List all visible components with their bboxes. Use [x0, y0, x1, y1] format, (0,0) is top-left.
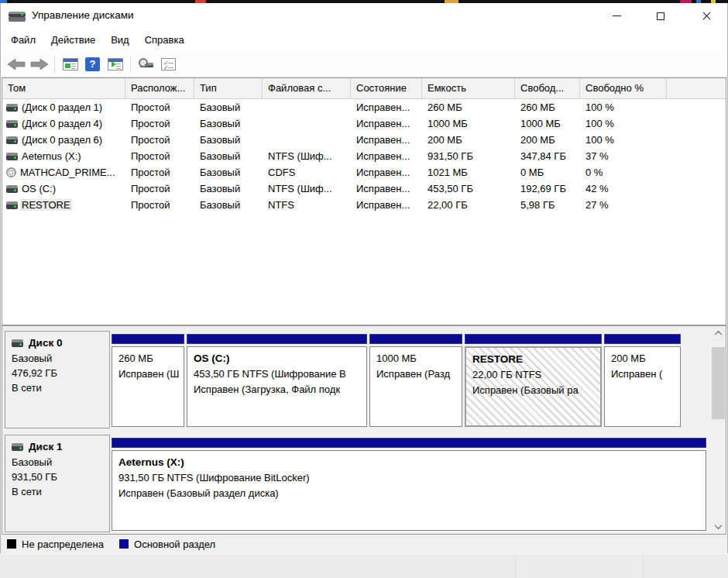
disk-header-panel[interactable]: Диск 0Базовый476,92 ГБВ сети [5, 331, 110, 428]
properties-button[interactable] [135, 53, 157, 74]
background-divider [643, 556, 644, 578]
free-pct-cell: 37 % [580, 150, 667, 162]
menu-item-1[interactable]: Действие [43, 29, 103, 51]
scroll-down-button[interactable] [712, 520, 725, 533]
volume-cell: Aeternus (X:) [2, 150, 125, 162]
cd-icon [6, 167, 16, 177]
scroll-up-button[interactable] [712, 327, 725, 340]
legend-bar: Не распределенаОсновной раздел [1, 535, 727, 553]
free-pct-cell: 100 % [580, 118, 667, 129]
free-pct-cell: 0 % [580, 167, 667, 178]
column-header-0[interactable]: Том [2, 78, 125, 98]
maximize-icon [657, 12, 664, 20]
type-cell: Базовый [194, 134, 263, 146]
maximize-button[interactable] [647, 3, 674, 29]
layout-cell: Простой [125, 167, 194, 178]
close-button[interactable] [693, 3, 719, 29]
volume-cell: (Диск 0 раздел 6) [2, 134, 125, 146]
partition-color-bar [112, 438, 706, 448]
table-body: (Диск 0 раздел 1)ПростойБазовыйИсправен.… [2, 99, 726, 213]
table-row[interactable]: OS (C:)ПростойБазовыйNTFS (Шиф...Исправе… [2, 181, 726, 197]
legend-swatch-0 [7, 539, 16, 549]
column-header-7[interactable]: Свободно % [580, 78, 667, 98]
column-header-1[interactable]: Располож... [125, 78, 194, 98]
toolbar-separator [54, 56, 55, 73]
table-row[interactable]: Aeternus (X:)ПростойБазовыйNTFS (Шиф...И… [2, 148, 726, 164]
table-row[interactable]: RESTOREПростойБазовыйNTFSИсправен...22,0… [2, 197, 726, 213]
graphical-view-button[interactable] [104, 53, 126, 74]
column-header-2[interactable]: Тип [194, 78, 263, 98]
background-area [0, 553, 728, 578]
toolbar: ? ✓✓ [1, 51, 727, 77]
table-row[interactable]: (Диск 0 раздел 1)ПростойБазовыйИсправен.… [2, 99, 726, 115]
drive-icon [6, 104, 18, 112]
disk-size: 931,50 ГБ [12, 470, 105, 484]
type-cell: Базовый [194, 101, 263, 113]
table-row[interactable]: (Диск 0 раздел 4)ПростойБазовыйИсправен.… [2, 115, 726, 132]
volume-cell: (Диск 0 раздел 4) [2, 118, 125, 129]
partition-info-box: OS (C:)453,50 ГБ NTFS (Шифрование BИспра… [187, 346, 367, 427]
partition[interactable]: RESTORE22,00 ГБ NTFSИсправен (Базовый ра [465, 331, 602, 429]
menu-item-3[interactable]: Справка [137, 29, 192, 51]
menu-item-0[interactable]: Файл [3, 29, 43, 51]
vertical-scrollbar[interactable] [712, 327, 725, 533]
volume-name: (Диск 0 раздел 6) [22, 134, 102, 146]
scrollbar-thumb[interactable] [712, 347, 725, 419]
help-button[interactable]: ? [81, 53, 104, 74]
partition[interactable]: OS (C:)453,50 ГБ NTFS (Шифрование BИспра… [187, 331, 367, 429]
volume-name: MATHCAD_PRIME... [20, 167, 115, 178]
partition-info-box: 200 МБИсправен ( [604, 346, 681, 427]
free-cell: 192,69 ГБ [515, 183, 580, 194]
sliver-segment [711, 0, 716, 3]
free-cell: 0 МБ [515, 167, 580, 178]
column-header-3[interactable]: Файловая с... [263, 78, 351, 98]
type-cell: Базовый [194, 167, 263, 178]
partition[interactable]: 260 МБИсправен (Ш [112, 331, 184, 429]
close-icon [702, 11, 712, 21]
partition-label: RESTORE [472, 352, 594, 367]
legend-label-0: Не распределена [22, 538, 104, 550]
partition-status-line: Исправен ( [611, 366, 674, 382]
type-cell: Базовый [194, 118, 263, 129]
column-header-4[interactable]: Состояние [351, 78, 422, 98]
filesystem-cell: CDFS [263, 167, 351, 178]
table-row[interactable]: MATHCAD_PRIME...ПростойБазовыйCDFSИсправ… [2, 164, 726, 181]
chevron-down-icon [715, 521, 723, 529]
drive-icon [12, 443, 23, 451]
table-header-row: ТомРасполож...ТипФайловая с...СостояниеЕ… [2, 78, 726, 99]
forward-button[interactable] [28, 53, 50, 74]
partition-info-box: 260 МБИсправен (Ш [112, 346, 184, 427]
volume-name: OS (C:) [22, 183, 56, 194]
back-button[interactable] [5, 53, 28, 74]
drive-icon [6, 153, 18, 160]
sliver-segment [195, 0, 206, 3]
drive-icon [6, 120, 18, 128]
title-bar[interactable]: Управление дисками [1, 3, 727, 29]
toolbar-separator [130, 56, 131, 73]
menu-item-2[interactable]: Вид [103, 29, 137, 51]
partition[interactable]: 1000 МБИсправен (Разд [369, 331, 462, 429]
disk-header-panel[interactable]: Диск 1Базовый931,50 ГБВ сети [5, 435, 110, 532]
capacity-cell: 931,50 ГБ [422, 150, 515, 162]
partition[interactable]: 200 МБИсправен ( [604, 331, 681, 429]
disk-name: Диск 1 [12, 441, 105, 452]
capacity-cell: 1000 МБ [422, 118, 515, 129]
layout-cell: Простой [125, 199, 194, 211]
sliver-segment [696, 0, 701, 3]
column-header-8[interactable] [667, 78, 726, 98]
volume-list-button[interactable] [59, 53, 81, 74]
column-header-5[interactable]: Емкость [422, 78, 515, 98]
volume-name: Aeternus (X:) [22, 150, 81, 162]
volume-list-pane: ТомРасполож...ТипФайловая с...СостояниеЕ… [2, 77, 726, 325]
minimize-button[interactable] [603, 3, 630, 29]
partition-color-bar [465, 334, 602, 344]
properties-icon [139, 58, 154, 71]
partition-size-line: 931,50 ГБ NTFS (Шифрование BitLocker) [118, 470, 699, 486]
tasks-button[interactable]: ✓✓ [157, 53, 180, 74]
partition-strip: 260 МБИсправен (ШOS (C:)453,50 ГБ NTFS (… [112, 331, 681, 429]
column-header-6[interactable]: Свобод... [515, 78, 580, 98]
filesystem-cell: NTFS (Шиф... [263, 150, 351, 162]
table-row[interactable]: (Диск 0 раздел 6)ПростойБазовыйИсправен.… [2, 132, 726, 148]
partition[interactable]: Aeternus (X:)931,50 ГБ NTFS (Шифрование … [112, 435, 706, 533]
minimize-icon [613, 15, 621, 16]
